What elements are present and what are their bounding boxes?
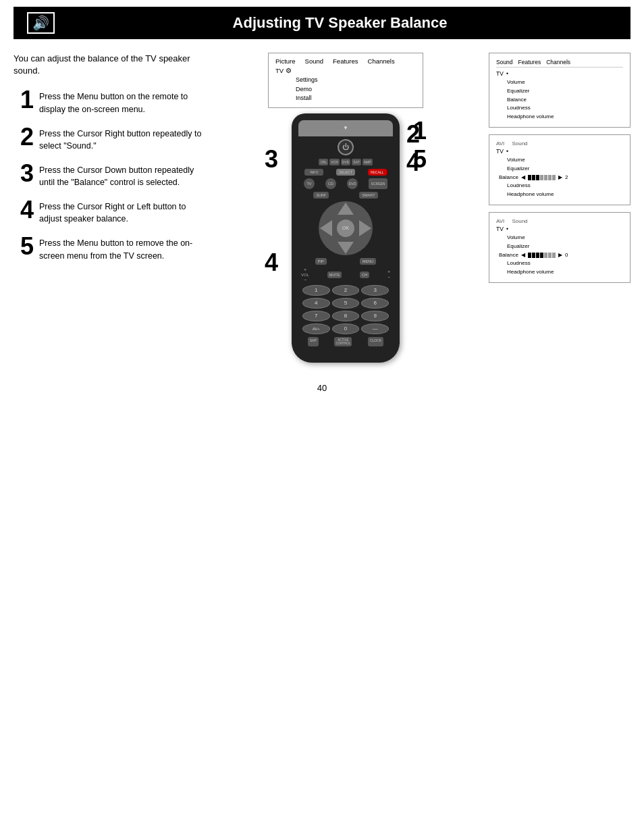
num-3-button[interactable]: 3 xyxy=(361,285,389,296)
screen-1-equalizer: Equalizer xyxy=(496,87,623,96)
step-5-text: Press the Menu button to remove the on-s… xyxy=(39,234,203,261)
cd-button[interactable]: CD xyxy=(325,178,336,189)
bar-seg-1 xyxy=(528,175,531,180)
dvd-button[interactable]: DVD xyxy=(341,159,351,165)
surf-button[interactable]: SURF xyxy=(313,192,329,199)
num-9-button[interactable]: 9 xyxy=(361,311,389,321)
vol-ch-row: + VOL − MUTE CH + − xyxy=(298,267,393,282)
bar-seg-3-3 xyxy=(536,253,539,258)
num-5-button[interactable]: 5 xyxy=(332,298,360,309)
clock-button[interactable]: CLOCK xyxy=(368,337,383,347)
dvd2-button[interactable]: DVD xyxy=(347,178,358,189)
info-select-row: INFO SELECT RECALL xyxy=(298,169,393,176)
screen-1-tv-icon: • xyxy=(506,70,508,77)
av-plus-button[interactable]: AV+ xyxy=(302,323,330,334)
remote-diagram-area: 24 4 3 15 ▼ ⏻ CBL VCR xyxy=(292,113,400,363)
screen-1-tv-row: TV • xyxy=(496,70,623,77)
screen-2-balance-row: Balance ◀ ▶ 2 xyxy=(496,174,623,182)
info-button[interactable]: INFO xyxy=(304,169,323,176)
bar-seg-7 xyxy=(552,175,556,180)
screen-3-balance-label: Balance xyxy=(499,251,518,260)
page-header: 🔊 Adjusting TV Speaker Balance xyxy=(14,7,630,39)
sat-button[interactable]: SAT xyxy=(352,159,360,165)
amp-button[interactable]: AMP xyxy=(363,159,373,165)
sap-button[interactable]: SAP xyxy=(308,337,319,347)
select-button[interactable]: SELECT xyxy=(336,169,355,176)
dash-button[interactable]: — xyxy=(361,323,389,334)
screen-2-balance-label: Balance xyxy=(499,174,518,182)
screen-1-loudness: Loudness xyxy=(496,104,623,113)
dpad-area: OK xyxy=(319,201,373,255)
ok-button[interactable]: OK xyxy=(337,219,354,237)
active-control-button[interactable]: ACTIVECONTROL xyxy=(334,337,352,347)
screen-3-balance-row: Balance ◀ ▶ 0 xyxy=(496,251,623,260)
menu-tv-label: TV ⚙ xyxy=(275,67,416,74)
bar-seg-3-2 xyxy=(532,253,535,258)
ch-group: + − xyxy=(387,269,390,280)
smart-button[interactable]: SMART xyxy=(359,192,377,199)
step-1: 1 Press the Menu button on the remote to… xyxy=(14,88,203,115)
dpad-down-button[interactable] xyxy=(338,242,354,254)
step-3-number: 3 xyxy=(14,161,34,186)
screen-1-header: Sound Features Channels xyxy=(496,59,623,68)
screen-2-tv-label: TV xyxy=(496,148,504,155)
sound-icon: 🔊 xyxy=(27,12,55,34)
screen-3-balance-bar xyxy=(528,253,556,258)
tv-screen-3: AVI Sound TV • Volume Equalizer Balance … xyxy=(489,212,630,283)
cbl-button[interactable]: CBL xyxy=(319,159,328,165)
num-2-button[interactable]: 2 xyxy=(332,285,360,296)
step-2: 2 Press the Cursor Right button repeated… xyxy=(14,125,203,152)
vcr-button[interactable]: VCR xyxy=(329,159,340,165)
mute-button[interactable]: MUTE xyxy=(327,271,342,278)
menu-button[interactable]: MENU xyxy=(360,258,376,265)
num-1-button[interactable]: 1 xyxy=(302,285,330,296)
vol-label: + xyxy=(304,267,306,272)
menu-item-demo: Demo xyxy=(296,85,416,95)
screen-1-balance: Balance xyxy=(496,96,623,105)
screen-2-equalizer: Equalizer xyxy=(496,165,623,174)
dpad-up-button[interactable] xyxy=(338,203,354,215)
screen-2-loudness: Loudness xyxy=(496,182,623,190)
num-7-button[interactable]: 7 xyxy=(302,311,330,321)
num-6-button[interactable]: 6 xyxy=(361,298,389,309)
bottom-buttons-row: SAP ACTIVECONTROL CLOCK xyxy=(300,337,392,347)
step-2-text: Press the Cursor Right button repeatedly… xyxy=(39,125,203,152)
tv-screens-column: Sound Features Channels TV • Volume Equa… xyxy=(489,53,630,363)
volume-group: + VOL − xyxy=(301,267,309,282)
screen-2-balance-value: 2 xyxy=(565,174,568,182)
step-5-number: 5 xyxy=(14,234,34,259)
screen-2-tv-row: TV • xyxy=(496,148,623,155)
bar-seg-3-1 xyxy=(528,253,531,258)
tv-button[interactable]: TV xyxy=(304,178,315,189)
screen-2-source: AVI Sound xyxy=(496,140,623,147)
vol-minus: − xyxy=(304,278,306,282)
surf-smart-row: SURF SMART xyxy=(298,192,393,199)
screen-2-right-arrow: ▶ xyxy=(558,174,562,182)
dpad-left-button[interactable] xyxy=(320,220,332,236)
bar-seg-5 xyxy=(544,175,547,180)
pip-button[interactable]: PIP xyxy=(315,258,327,265)
step-2-number: 2 xyxy=(14,125,34,149)
bar-seg-3-7 xyxy=(552,253,556,258)
num-0-button[interactable]: 0 xyxy=(332,323,360,334)
num-8-button[interactable]: 8 xyxy=(332,311,360,321)
screen-1-channels: Channels xyxy=(546,59,570,66)
power-button[interactable]: ⏻ xyxy=(338,139,354,155)
ch-minus: − xyxy=(387,275,390,280)
step-1-number: 1 xyxy=(14,88,34,112)
step-5: 5 Press the Menu button to remove the on… xyxy=(14,234,203,261)
remote-power-area: ⏻ xyxy=(298,139,393,155)
bar-seg-2 xyxy=(532,175,535,180)
bar-seg-3 xyxy=(536,175,539,180)
screen-3-headphone: Headphone volume xyxy=(496,268,623,277)
num-4-button[interactable]: 4 xyxy=(302,298,330,309)
screen-1-features: Features xyxy=(518,59,541,66)
step-1-text: Press the Menu button on the remote to d… xyxy=(39,88,203,115)
screen-button[interactable]: SCREEN xyxy=(369,178,387,189)
dpad-right-button[interactable] xyxy=(359,220,371,236)
step-4-text: Press the Cursor Right or Left button to… xyxy=(39,198,203,225)
recall-button[interactable]: RECALL xyxy=(368,169,387,176)
bar-seg-4 xyxy=(540,175,543,180)
ch-button[interactable]: CH xyxy=(360,271,369,278)
screen-3-left-arrow: ◀ xyxy=(521,251,525,260)
